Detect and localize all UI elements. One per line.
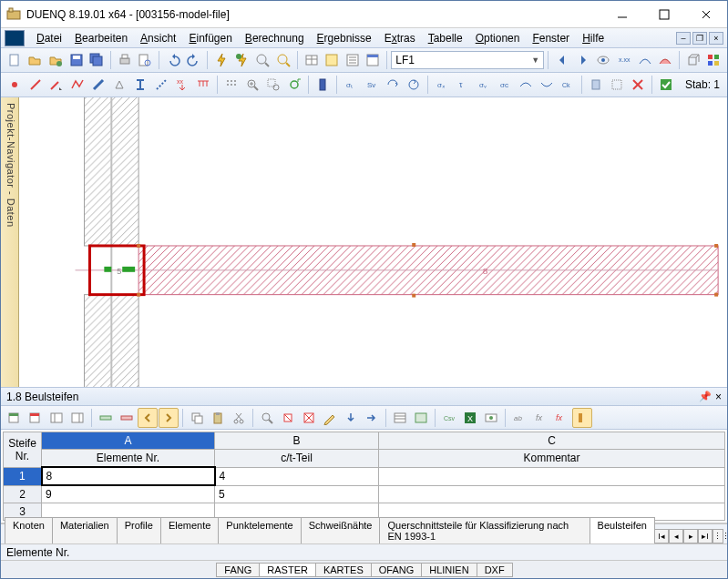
- column-letter-b[interactable]: B: [215, 432, 379, 450]
- properties-button[interactable]: [364, 50, 384, 70]
- table-tab[interactable]: Knoten: [5, 517, 53, 543]
- ck-button[interactable]: Ck: [558, 75, 578, 95]
- line-button[interactable]: [26, 75, 46, 95]
- polyline-button[interactable]: [67, 75, 87, 95]
- tau-button[interactable]: τ: [453, 75, 473, 95]
- canvas-viewport[interactable]: 5 8: [19, 97, 727, 387]
- table-previous-button[interactable]: [5, 408, 25, 428]
- deformation-button[interactable]: [635, 50, 655, 70]
- row-header[interactable]: 2: [4, 485, 42, 503]
- distributed-load-button[interactable]: [193, 75, 213, 95]
- menu-tabelle[interactable]: Tabelle: [422, 30, 469, 46]
- table-layout1-button[interactable]: [46, 408, 67, 428]
- menu-extras[interactable]: Extras: [378, 30, 422, 46]
- stress-button[interactable]: [655, 50, 675, 70]
- cancel-x-button[interactable]: [628, 75, 648, 95]
- menu-datei[interactable]: Datei: [30, 30, 68, 46]
- footer-tab-fang[interactable]: FANG: [216, 563, 260, 577]
- cell[interactable]: 9: [42, 485, 215, 503]
- menu-fenster[interactable]: Fenster: [526, 30, 576, 46]
- mdi-close-button[interactable]: ×: [709, 32, 723, 45]
- panel-button[interactable]: [322, 50, 342, 70]
- cell[interactable]: [379, 467, 725, 485]
- menu-berechnung[interactable]: Berechnung: [239, 30, 311, 46]
- delete-row-button[interactable]: [117, 408, 137, 428]
- rotation-button[interactable]: [404, 75, 424, 95]
- footer-tab-ofang[interactable]: OFANG: [371, 563, 423, 577]
- fx-button[interactable]: fx: [530, 408, 550, 428]
- cell[interactable]: 4: [215, 467, 379, 485]
- calc-check-button[interactable]: [232, 50, 252, 70]
- zoom-extents-button[interactable]: [242, 75, 262, 95]
- table-tab[interactable]: Schweißnähte: [301, 517, 381, 543]
- menu-ergebnisse[interactable]: Ergebnisse: [311, 30, 378, 46]
- table-tab[interactable]: Punktelemente: [218, 517, 301, 543]
- pin-icon[interactable]: 📌: [699, 391, 712, 403]
- dashed-member-button[interactable]: [151, 75, 171, 95]
- zoom-button[interactable]: [253, 50, 273, 70]
- next-arrow-button[interactable]: [573, 50, 593, 70]
- table-view-button[interactable]: [302, 50, 322, 70]
- menu-optionen[interactable]: Optionen: [469, 30, 527, 46]
- cell[interactable]: [379, 485, 725, 503]
- support-button[interactable]: [109, 75, 129, 95]
- comment-button[interactable]: ab: [509, 408, 529, 428]
- fill-right-button[interactable]: [362, 408, 382, 428]
- prev-arrow-button[interactable]: [552, 50, 572, 70]
- row-nav-left-button[interactable]: [138, 408, 158, 428]
- color-palette-button[interactable]: [704, 50, 724, 70]
- export-settings-button[interactable]: [481, 408, 501, 428]
- mdi-minimize-button[interactable]: –: [676, 32, 691, 45]
- results-nav-button[interactable]: [343, 50, 363, 70]
- table-tab[interactable]: Beulsteifen: [590, 517, 655, 543]
- cut-button[interactable]: [229, 408, 249, 428]
- cross-section-button[interactable]: [313, 75, 333, 95]
- node-button[interactable]: [5, 75, 25, 95]
- tab-prev-button[interactable]: ◂: [669, 529, 683, 543]
- minimize-button[interactable]: [601, 1, 643, 28]
- maximize-button[interactable]: [643, 1, 685, 28]
- clear-button[interactable]: [278, 408, 298, 428]
- open-file-button[interactable]: [26, 50, 46, 70]
- export-excel-button[interactable]: X: [460, 408, 480, 428]
- menu-einfügen[interactable]: Einfügen: [182, 30, 238, 46]
- member-button[interactable]: [88, 75, 108, 95]
- column-header-nr[interactable]: Steife Nr.: [4, 432, 42, 468]
- menu-hilfe[interactable]: Hilfe: [576, 30, 610, 46]
- project-navigator-tab[interactable]: Projekt-Navigator - Daten: [1, 97, 19, 387]
- row-nav-right-button[interactable]: [159, 408, 179, 428]
- open-project-button[interactable]: [46, 50, 66, 70]
- menu-bearbeiten[interactable]: Bearbeiten: [68, 30, 134, 46]
- column-header-c[interactable]: Kommentar: [379, 450, 725, 468]
- edit-cell-button[interactable]: [320, 408, 340, 428]
- export-csv-button[interactable]: Csv: [439, 408, 459, 428]
- remove-fx-button[interactable]: fx: [551, 408, 571, 428]
- dimension-button[interactable]: x.xx: [614, 50, 634, 70]
- loadcase-combo[interactable]: LF1 ▼: [391, 51, 544, 69]
- fill-down-button[interactable]: [341, 408, 361, 428]
- mdi-restore-button[interactable]: ❐: [692, 32, 707, 45]
- table-tab[interactable]: Elemente: [160, 517, 219, 543]
- sv-button[interactable]: Sv: [362, 75, 382, 95]
- clear-all-button[interactable]: [299, 408, 319, 428]
- sigma-c-button[interactable]: σc: [495, 75, 515, 95]
- bending-up-button[interactable]: [516, 75, 536, 95]
- save-all-button[interactable]: [87, 50, 107, 70]
- i-section-button[interactable]: [130, 75, 150, 95]
- row-header[interactable]: 1: [4, 467, 42, 485]
- panel-close-icon[interactable]: ×: [715, 391, 722, 403]
- column-header-a[interactable]: Elemente Nr.: [42, 450, 215, 468]
- insert-row-button[interactable]: [96, 408, 116, 428]
- cell[interactable]: 8: [42, 467, 215, 485]
- sigma-t-button[interactable]: σₜ: [341, 75, 361, 95]
- print-preview-button[interactable]: [136, 50, 156, 70]
- section-render-button[interactable]: [586, 75, 606, 95]
- menu-ansicht[interactable]: Ansicht: [134, 30, 182, 46]
- footer-tab-hlinien[interactable]: HLINIEN: [421, 563, 477, 577]
- save-button[interactable]: [67, 50, 87, 70]
- snap-grid-button[interactable]: [221, 75, 241, 95]
- tab-last-button[interactable]: ▸I: [698, 529, 713, 543]
- footer-tab-kartes[interactable]: KARTES: [315, 563, 372, 577]
- zoom-window-button[interactable]: [263, 75, 283, 95]
- load-arrow-button[interactable]: xx: [172, 75, 192, 95]
